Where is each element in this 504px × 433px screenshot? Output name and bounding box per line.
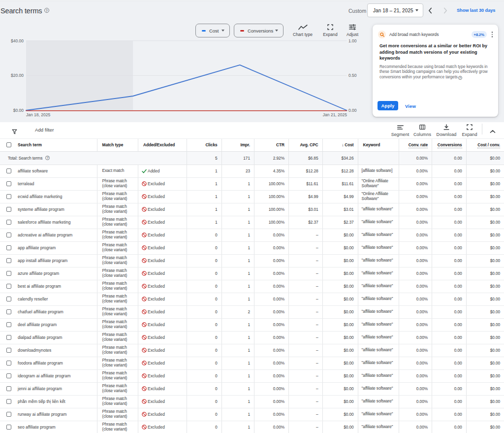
row-checkbox[interactable] (6, 425, 11, 430)
clicks-cell: 1 (187, 190, 222, 203)
impr-cell: 1 (221, 408, 254, 421)
excluded-block-icon (142, 412, 147, 417)
clicks-cell: 1 (187, 165, 222, 177)
excluded-block-icon (142, 373, 147, 378)
help-icon[interactable]: ? (45, 156, 50, 160)
keyword-cell: "affiliate software" (358, 280, 399, 293)
row-checkbox[interactable] (6, 181, 11, 186)
sort-descending-icon: ↓ (342, 142, 344, 147)
added-excluded-cell: Excluded (138, 421, 187, 433)
convrate-cell: 0.00% (399, 369, 432, 382)
cost-cell: $0.00 (322, 357, 358, 369)
x-axis-label-end: Jan 21, 2025 (323, 112, 347, 117)
toolbar-button-label: Download (437, 132, 457, 137)
row-checkbox[interactable] (6, 194, 11, 199)
convrate-cell: 0.00% (399, 421, 432, 433)
cpc-cell: – (289, 344, 323, 357)
collapse-chart-button[interactable] (490, 127, 496, 135)
column-header-cost[interactable]: ↓Cost (322, 139, 358, 151)
column-header-status[interactable]: Added/Excluded (138, 139, 187, 151)
conversions-cell: 0.00 (432, 395, 467, 408)
row-checkbox[interactable] (6, 207, 11, 212)
right-axis-tick: 0.50 (348, 73, 357, 78)
row-checkbox[interactable] (6, 245, 11, 250)
row-checkbox[interactable] (6, 258, 11, 263)
added-excluded-cell: Excluded (138, 190, 187, 203)
apply-button[interactable]: Apply (378, 101, 398, 110)
row-checkbox[interactable] (6, 220, 11, 225)
column-header-keyword[interactable]: Keyword (358, 139, 399, 151)
keyword-cell: "affiliate software" (358, 408, 399, 421)
column-header-label: Conversions (438, 142, 462, 148)
cpc-cell: – (289, 293, 323, 305)
row-checkbox[interactable] (6, 297, 11, 301)
match-type-cell: Phrase match(close variant) (97, 280, 138, 293)
convrate-cell: 0.00% (399, 165, 432, 177)
added-excluded-cell: Excluded (138, 203, 187, 216)
download-icon (443, 124, 449, 130)
status-text: Excluded (148, 233, 165, 237)
add-filter-button[interactable]: Add filter (35, 127, 54, 133)
row-checkbox[interactable] (6, 373, 11, 378)
segment-icon (397, 124, 404, 130)
row-checkbox[interactable] (6, 309, 11, 314)
search-term-text: dialpad affiliate program (18, 335, 62, 340)
clicks-cell: 0 (187, 318, 222, 331)
keyword-cell: "Online Affiliate Software" (358, 190, 399, 203)
table-row: dialpad affiliate programPhrase match(cl… (0, 331, 504, 344)
row-checkbox[interactable] (6, 271, 11, 276)
search-term-text: calendly reseller (18, 297, 48, 301)
kebab-menu-icon[interactable] (491, 32, 493, 37)
impr-cell: 1 (221, 369, 254, 382)
column-header-cpc[interactable]: Avg. CPC (289, 139, 323, 151)
row-checkbox[interactable] (6, 322, 11, 327)
convrate-cell: 0.00% (399, 280, 432, 293)
column-header-convrate[interactable]: Conv. rate (399, 139, 432, 151)
convrate-cell: 0.00% (399, 293, 432, 305)
row-checkbox[interactable] (6, 386, 11, 391)
column-header-label: Search term (18, 142, 42, 147)
row-checkbox[interactable] (6, 412, 11, 417)
column-header-clicks[interactable]: Clicks (187, 139, 222, 151)
column-header-term[interactable]: Search term (0, 139, 97, 151)
toolbar-expand-button[interactable]: Expand (457, 124, 482, 137)
clicks-cell: 0 (187, 241, 222, 254)
status-text: Excluded (148, 348, 165, 353)
column-header-impr[interactable]: Impr. (221, 139, 254, 151)
x-axis-label-start: Jan 18, 2025 (26, 112, 50, 117)
table-row: app affiliate programPhrase match(close … (0, 241, 504, 254)
view-button[interactable]: View (405, 103, 416, 109)
status-text: Excluded (148, 322, 165, 327)
row-checkbox[interactable] (6, 284, 11, 289)
excluded-block-icon (142, 194, 147, 199)
clicks-cell: 0 (187, 280, 222, 293)
select-all-checkbox[interactable] (6, 142, 11, 147)
row-checkbox[interactable] (6, 233, 11, 237)
recommendation-headline: Get more conversions at a similar or bet… (379, 43, 491, 62)
toolbar-download-button[interactable]: Download (434, 124, 459, 137)
table-row: deel affiliate programPhrase match(close… (0, 318, 504, 331)
row-checkbox[interactable] (6, 399, 11, 404)
ctr-cell: 100.00% (254, 216, 289, 229)
table-row: phần mềm tiếp thị liên kếtPhrase match(c… (0, 395, 504, 408)
convrate-cell: 0.00% (399, 382, 432, 395)
ctr-cell: 0.00% (254, 344, 289, 357)
added-excluded-cell: Excluded (138, 382, 187, 395)
help-icon[interactable]: ? (458, 76, 462, 80)
status-text: Excluded (148, 271, 165, 276)
table-row: azure affiliate programPhrase match(clos… (0, 267, 504, 280)
column-header-ctr[interactable]: CTR (254, 139, 289, 151)
cpc-cell: – (289, 382, 323, 395)
total-row-label: Total: Search terms (8, 156, 42, 161)
costconv-cell: $0.00 (466, 280, 504, 293)
convrate-cell: 0.00% (399, 241, 432, 254)
row-checkbox[interactable] (6, 335, 11, 340)
row-checkbox[interactable] (6, 361, 11, 366)
toolbar-columns-button[interactable]: Columns (410, 124, 435, 137)
column-header-match[interactable]: Match type (97, 139, 138, 151)
row-checkbox[interactable] (6, 348, 11, 353)
column-header-conversions[interactable]: Conversions (432, 139, 467, 151)
column-header-costconv[interactable]: Cost / conv. (466, 139, 504, 151)
row-checkbox[interactable] (6, 168, 11, 173)
excluded-block-icon (142, 309, 147, 314)
